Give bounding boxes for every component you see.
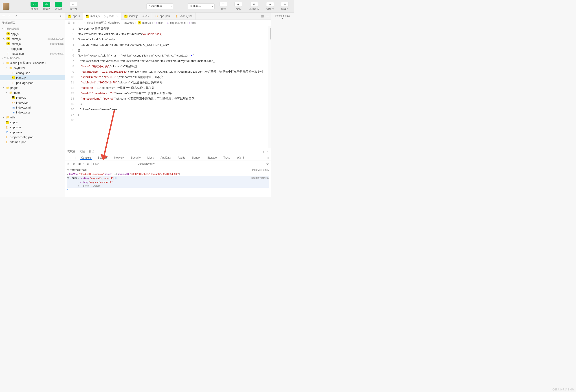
breadcrumb-item[interactable]: ⬡ exports.main [167, 21, 186, 25]
tree-file[interactable]: ⊟index.wxss [0, 110, 65, 115]
console-output[interactable]: 支付参数获取成功 index.js? [sm]:7 ▸{errMsg: "clo… [65, 167, 271, 197]
preview-status: iPhone 5 85% [275, 14, 290, 17]
debug-tab-output[interactable]: 输出 [89, 150, 94, 153]
toc-icon[interactable]: ☰ [67, 21, 71, 25]
tree-file[interactable]: { }package.json [0, 80, 65, 85]
devtools-tab[interactable]: Storage [206, 156, 218, 160]
device-icon: ⊞ [250, 2, 258, 7]
collapse-icon[interactable]: ⇤ [59, 14, 63, 18]
breadcrumb-item[interactable]: cloud | 当前环境: xiaoshitou [87, 21, 120, 25]
devtools-tab[interactable]: Security [130, 156, 142, 160]
gear-icon[interactable]: ⚙ [266, 162, 269, 166]
dock-icon[interactable]: ◫ [266, 156, 269, 159]
cloud-button[interactable]: ∞云开发 [67, 1, 80, 11]
debug-tab-debugger[interactable]: 调试器 [67, 150, 75, 153]
tree-file[interactable]: JSapp.js [0, 120, 65, 125]
tree-file[interactable]: { }project.config.json [0, 134, 65, 139]
simulator-button[interactable]: ▭模拟器 [28, 1, 40, 11]
tree-folder[interactable]: ▾📁pay0609 [0, 65, 65, 70]
open-file-item[interactable]: { }app.json [0, 46, 65, 51]
split-icon[interactable]: ◫ [261, 14, 264, 18]
settings-icon[interactable]: ⋮ [261, 156, 264, 159]
devtools-tab[interactable]: Trace [222, 156, 231, 160]
logout-icon: ⇥ [266, 2, 274, 7]
minimap[interactable] [268, 26, 271, 148]
console-source-link[interactable]: index.js? [sm]:12 [251, 177, 269, 180]
devtools-tab[interactable]: Audits [176, 156, 187, 160]
remote-button[interactable]: ⊞真机调试 [247, 1, 261, 11]
collapse-panel-icon[interactable]: ▴ [263, 150, 264, 153]
open-file-item[interactable]: JSindex.jspages/index [0, 41, 65, 46]
close-panel-icon[interactable]: ✕ [267, 150, 269, 153]
context-select[interactable]: top [78, 162, 82, 165]
clear-icon[interactable]: ⊘ [72, 162, 76, 166]
tree-file[interactable]: { }app.json [0, 125, 65, 130]
code-icon: </> [43, 2, 50, 7]
open-file-item[interactable]: { }index.jsonpages/index [0, 51, 65, 56]
tree-folder[interactable]: ▾📁cloud | 当前环境: xiaoshitou [0, 61, 65, 65]
breadcrumb-item[interactable]: ⬡ main [154, 21, 163, 25]
devtools-tab[interactable]: Network [113, 156, 125, 160]
search-icon[interactable]: ⌕ [8, 14, 11, 18]
avatar[interactable] [3, 3, 9, 10]
devtools-tab[interactable]: Sensor [191, 156, 202, 160]
more-icon[interactable]: ⋯ [266, 14, 269, 18]
bug-icon: ⋯ [55, 2, 62, 7]
tree-file[interactable]: ⊟app.wxss [0, 130, 65, 134]
levels-select[interactable]: Default levels ▾ [138, 162, 155, 165]
open-editors-header[interactable]: 打开的编辑器 [0, 26, 65, 31]
devtools-tab[interactable]: AppData [159, 156, 173, 160]
forward-icon[interactable]: → [82, 21, 86, 25]
compile-select[interactable]: 普通编译 [188, 3, 215, 9]
editor-tab[interactable]: { }index.json [173, 13, 196, 20]
back-icon[interactable]: ← [77, 21, 81, 25]
editor-tab[interactable]: { }app.json [152, 13, 173, 20]
list-icon[interactable]: ☰ [2, 14, 5, 18]
phone-icon: ▭ [30, 2, 38, 7]
tree-folder[interactable]: ▸📁utils [0, 115, 65, 120]
devtools-tab[interactable]: Wxml [236, 156, 245, 160]
cache-button[interactable]: ≋清缓存 [279, 1, 291, 11]
debug-panel: 调试器 问题 输出 ▴ ✕ ⬚ | ConsoleSourcesNetworkS… [65, 148, 271, 197]
editor-tab[interactable]: JSindex.js.../index [121, 13, 152, 20]
eye-icon: ◉ [234, 2, 242, 7]
devtools-tab[interactable]: Sources [96, 156, 109, 160]
debugger-button[interactable]: ⋯调试器 [53, 1, 65, 11]
mode-select[interactable]: 小程序模式 [146, 3, 173, 9]
code-editor[interactable]: 123456789101112131415161718 "tok-com">//… [65, 26, 271, 148]
debug-tab-problems[interactable]: 问题 [80, 150, 85, 153]
switch-button[interactable]: ⇥切后台 [264, 1, 276, 11]
open-file-item[interactable]: JSapp.js [0, 31, 65, 36]
eye-icon[interactable]: ◉ [86, 162, 90, 166]
tree-folder[interactable]: ▾📁pages [0, 85, 65, 90]
preview-button[interactable]: ◉预览 [232, 1, 244, 11]
cloud-icon: ∞ [70, 2, 77, 7]
tree-file[interactable]: ▤index.wxml [0, 105, 65, 110]
filter-input[interactable] [92, 162, 125, 166]
build-button[interactable]: ↻编译 [217, 1, 230, 11]
play-icon[interactable]: ▷ [67, 162, 70, 166]
branch-icon[interactable]: ⎇ [13, 14, 17, 18]
tree-file[interactable]: { }index.json [0, 100, 65, 105]
preview-panel: iPhone 5 85% ▾ [271, 13, 294, 197]
tree-file[interactable]: { }config.json [0, 70, 65, 75]
tree-folder[interactable]: ▾📁index [0, 90, 65, 95]
editor-tab[interactable]: JSindex.js.../pay0609✕ [83, 13, 121, 20]
explorer-title: 资源管理器 [0, 20, 65, 26]
tree-file[interactable]: { }sitemap.json [0, 139, 65, 144]
top-toolbar: ▭模拟器 </>编辑器 ⋯调试器 ∞云开发 小程序模式 普通编译 ↻编译 ◉预览… [0, 0, 294, 13]
inspect-icon[interactable]: ⬚ [67, 156, 71, 160]
breadcrumb-item[interactable]: JS index.js [138, 21, 151, 25]
breadcrumb-item[interactable]: pay0609 [124, 21, 134, 25]
project-header[interactable]: YUNPAY0609 [0, 56, 65, 61]
open-file-item[interactable]: ✕JSindex.jscloud/pay0609 [0, 36, 65, 41]
tree-file[interactable]: JSindex.js [0, 75, 65, 80]
devtools-tab[interactable]: Mock [146, 156, 155, 160]
devtools-tab[interactable]: Console [80, 156, 92, 160]
editor-button[interactable]: </>编辑器 [40, 1, 53, 11]
breadcrumb-item[interactable]: ⬡ res [189, 21, 196, 25]
tree-file[interactable]: JSindex.js [0, 95, 65, 100]
bookmark-icon[interactable]: ⊓ [72, 21, 76, 25]
console-source-link[interactable]: index.js? [sm]:7 [252, 168, 269, 172]
editor-tab[interactable]: JSapp.js [65, 13, 83, 20]
